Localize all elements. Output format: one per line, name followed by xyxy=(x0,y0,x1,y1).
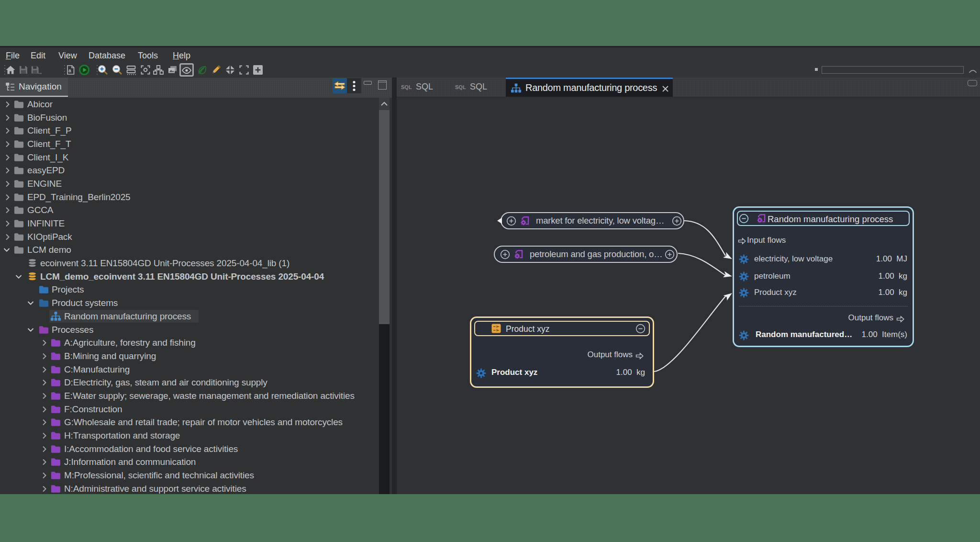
svg-text:a: a xyxy=(68,68,71,73)
